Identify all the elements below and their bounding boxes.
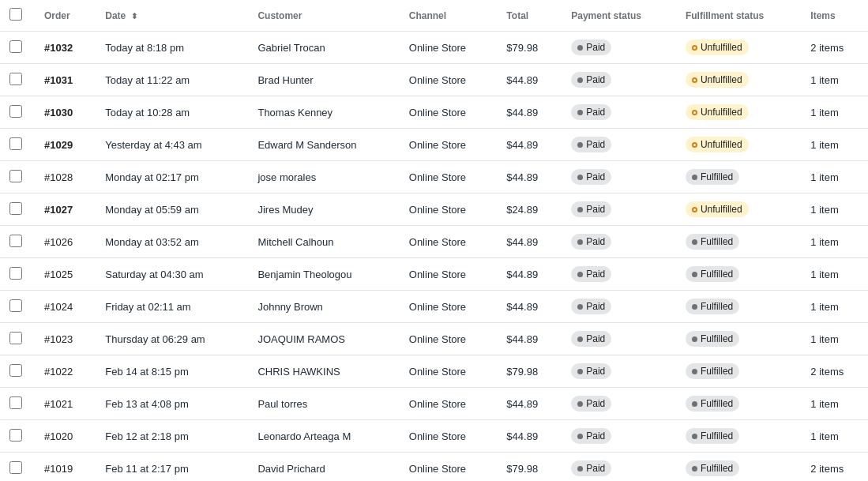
cell-total: $44.89 <box>497 96 562 129</box>
cell-channel: Online Store <box>400 226 498 258</box>
row-checkbox-cell[interactable] <box>0 96 35 129</box>
payment-status-badge: Paid <box>571 331 611 347</box>
row-checkbox[interactable] <box>9 267 22 280</box>
row-checkbox-cell[interactable] <box>0 291 35 323</box>
row-checkbox-cell[interactable] <box>0 355 35 388</box>
cell-fulfillment-status: Fulfilled <box>676 161 801 194</box>
row-checkbox-cell[interactable] <box>0 420 35 453</box>
fulfillment-status-badge: Fulfilled <box>686 299 739 314</box>
row-checkbox[interactable] <box>9 202 22 215</box>
fulfillment-status-badge: Unfulfilled <box>686 201 749 217</box>
payment-status-dot <box>577 142 583 148</box>
cell-total: $44.89 <box>497 64 562 96</box>
row-checkbox[interactable] <box>9 170 22 182</box>
cell-payment-status: Paid <box>562 226 676 258</box>
col-customer: Customer <box>248 0 399 32</box>
col-channel: Channel <box>400 0 498 32</box>
cell-fulfillment-status: Fulfilled <box>676 291 801 323</box>
row-checkbox-cell[interactable] <box>0 129 35 161</box>
cell-total: $79.98 <box>497 453 562 482</box>
fulfillment-status-label: Fulfilled <box>701 236 733 247</box>
table-row[interactable]: #1025Saturday at 04:30 amBenjamin Theolo… <box>0 258 868 291</box>
cell-order: #1022 <box>35 355 96 388</box>
table-row[interactable]: #1030Today at 10:28 amThomas KenneyOnlin… <box>0 96 868 129</box>
row-checkbox-cell[interactable] <box>0 64 35 96</box>
cell-payment-status: Paid <box>562 161 676 194</box>
table-row[interactable]: #1031Today at 11:22 amBrad HunterOnline … <box>0 64 868 96</box>
payment-status-badge: Paid <box>571 266 611 282</box>
row-checkbox[interactable] <box>9 429 22 442</box>
table-row[interactable]: #1024Friday at 02:11 amJohnny BrownOnlin… <box>0 291 868 323</box>
select-all-checkbox[interactable] <box>9 8 22 21</box>
cell-channel: Online Store <box>400 355 498 388</box>
row-checkbox-cell[interactable] <box>0 388 35 420</box>
cell-channel: Online Store <box>400 258 498 291</box>
table-row[interactable]: #1021Feb 13 at 4:08 pmPaul torresOnline … <box>0 388 868 420</box>
select-all-header[interactable] <box>0 0 35 32</box>
row-checkbox[interactable] <box>9 40 22 53</box>
fulfillment-status-dot <box>692 142 697 148</box>
row-checkbox[interactable] <box>9 461 22 474</box>
table-row[interactable]: #1022Feb 14 at 8:15 pmCHRIS HAWKINSOnlin… <box>0 355 868 388</box>
fulfillment-status-label: Fulfilled <box>701 463 733 474</box>
row-checkbox[interactable] <box>9 299 22 312</box>
row-checkbox-cell[interactable] <box>0 32 35 64</box>
fulfillment-status-dot <box>692 434 697 439</box>
table-row[interactable]: #1026Monday at 03:52 amMitchell CalhounO… <box>0 226 868 258</box>
fulfillment-status-label: Fulfilled <box>701 333 733 344</box>
payment-status-dot <box>577 272 583 277</box>
cell-customer: Benjamin Theologou <box>248 258 399 291</box>
col-date[interactable]: Date ⬍ <box>96 0 248 32</box>
table-row[interactable]: #1019Feb 11 at 2:17 pmDavid PrichardOnli… <box>0 453 868 482</box>
cell-order: #1027 <box>35 194 96 226</box>
row-checkbox[interactable] <box>9 332 22 344</box>
payment-status-label: Paid <box>586 139 605 150</box>
table-row[interactable]: #1029Yesterday at 4:43 amEdward M Sander… <box>0 129 868 161</box>
cell-order: #1032 <box>35 32 96 64</box>
fulfillment-status-badge: Fulfilled <box>686 169 739 185</box>
row-checkbox[interactable] <box>9 364 22 377</box>
cell-channel: Online Store <box>400 129 498 161</box>
payment-status-label: Paid <box>586 269 605 280</box>
fulfillment-status-label: Fulfilled <box>701 366 733 377</box>
table-row[interactable]: #1023Thursday at 06:29 amJOAQUIM RAMOSOn… <box>0 323 868 355</box>
table-row[interactable]: #1027Monday at 05:59 amJires MudeyOnline… <box>0 194 868 226</box>
payment-status-label: Paid <box>586 398 605 409</box>
row-checkbox[interactable] <box>9 105 22 118</box>
row-checkbox[interactable] <box>9 235 22 247</box>
row-checkbox-cell[interactable] <box>0 161 35 194</box>
row-checkbox-cell[interactable] <box>0 258 35 291</box>
row-checkbox-cell[interactable] <box>0 453 35 482</box>
row-checkbox-cell[interactable] <box>0 226 35 258</box>
cell-payment-status: Paid <box>562 453 676 482</box>
fulfillment-status-label: Fulfilled <box>701 269 733 280</box>
payment-status-dot <box>577 401 583 407</box>
fulfillment-status-dot <box>692 466 697 472</box>
cell-date: Today at 8:18 pm <box>96 32 248 64</box>
row-checkbox[interactable] <box>9 396 22 409</box>
cell-order: #1028 <box>35 161 96 194</box>
cell-order: #1029 <box>35 129 96 161</box>
row-checkbox-cell[interactable] <box>0 323 35 355</box>
fulfillment-status-badge: Fulfilled <box>686 396 739 411</box>
table-row[interactable]: #1028Monday at 02:17 pmjose moralesOnlin… <box>0 161 868 194</box>
payment-status-badge: Paid <box>571 396 611 411</box>
payment-status-dot <box>577 304 583 310</box>
row-checkbox[interactable] <box>9 137 22 150</box>
cell-channel: Online Store <box>400 194 498 226</box>
payment-status-badge: Paid <box>571 460 611 476</box>
cell-channel: Online Store <box>400 453 498 482</box>
cell-payment-status: Paid <box>562 355 676 388</box>
cell-total: $44.89 <box>497 258 562 291</box>
table-row[interactable]: #1020Feb 12 at 2:18 pmLeonardo Arteaga M… <box>0 420 868 453</box>
table-row[interactable]: #1032Today at 8:18 pmGabriel TrocanOnlin… <box>0 32 868 64</box>
cell-order: #1024 <box>35 291 96 323</box>
payment-status-dot <box>577 175 583 180</box>
cell-fulfillment-status: Unfulfilled <box>676 129 801 161</box>
fulfillment-status-dot <box>692 336 697 342</box>
payment-status-label: Paid <box>586 430 605 442</box>
cell-customer: Brad Hunter <box>248 64 399 96</box>
row-checkbox[interactable] <box>9 73 22 85</box>
cell-total: $24.89 <box>497 194 562 226</box>
row-checkbox-cell[interactable] <box>0 194 35 226</box>
